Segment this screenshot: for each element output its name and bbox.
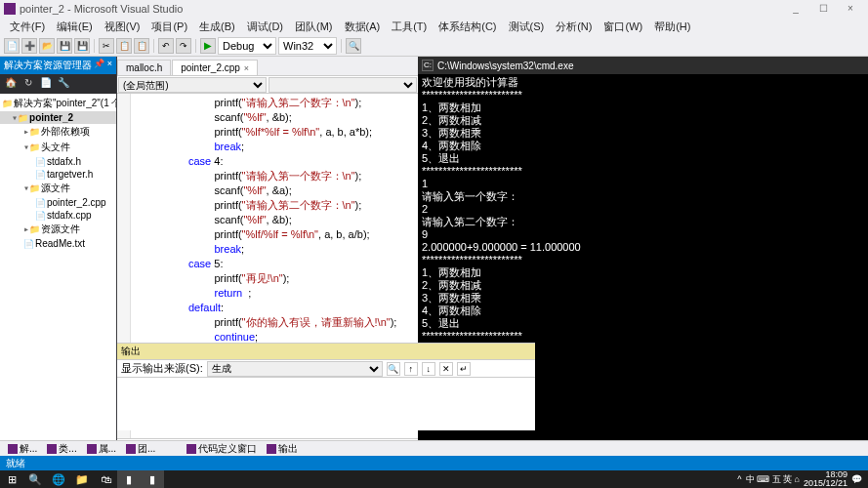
output-next-button[interactable]: ↓ [422,362,435,376]
system-tray: ^ 中 ⌨ 五 英 ⌂ 18:09 2015/12/21 💬 [737,470,868,488]
menu-project[interactable]: 项目(P) [145,18,193,36]
separator [195,39,196,53]
tab-malloc-h[interactable]: malloc.h [117,60,171,75]
start-debug-button[interactable]: ▶ [200,38,216,54]
codedef-icon [186,444,196,454]
task-ie[interactable]: 🌐 [47,470,70,488]
output-icon [267,444,276,454]
editor-tabbar: malloc.h pointer_2.cpp× [117,57,418,76]
member-select[interactable] [269,77,417,93]
ime-indicator[interactable]: 中 ⌨ 五 英 ⌂ [746,473,800,486]
output-clear-button[interactable]: ✕ [439,362,453,376]
show-all-icon[interactable]: 📄 [39,77,53,91]
paste-button[interactable]: 📋 [134,38,149,54]
menu-team[interactable]: 团队(M) [289,18,339,36]
solution-toolbar: 🏠 ↻ 📄 🔧 [0,74,116,94]
output-source-select[interactable]: 生成 [207,361,383,377]
copy-button[interactable]: 📋 [116,38,132,54]
save-all-button[interactable]: 💾 [74,38,90,54]
folder-sources[interactable]: ▾📁源文件 [0,181,116,196]
output-find-button[interactable]: 🔍 [387,362,400,376]
menu-view[interactable]: 视图(V) [99,18,146,36]
notification-icon[interactable]: 💬 [851,474,862,484]
menu-edit[interactable]: 编辑(E) [51,18,99,36]
class-icon [47,444,57,454]
platform-select[interactable]: Win32 [278,37,337,55]
main-toolbar: 📄 ➕ 📂 💾 💾 ✂ 📋 📋 ↶ ↷ ▶ Debug Win32 🔍 [0,35,868,57]
output-body[interactable] [117,378,535,430]
maximize-button[interactable]: ☐ [809,0,837,18]
tab-pointer2-cpp[interactable]: pointer_2.cpp× [172,60,258,75]
save-button[interactable]: 💾 [57,38,72,54]
new-project-button[interactable]: 📄 [4,38,20,54]
cut-button[interactable]: ✂ [99,38,114,54]
tab-properties[interactable]: 属... [83,441,120,457]
close-tab-icon[interactable]: × [244,63,249,73]
solution-root[interactable]: 📁解决方案"pointer_2"(1 个项目) [0,96,116,111]
console-titlebar[interactable]: C: C:\Windows\system32\cmd.exe [418,57,868,74]
vs-logo-icon [4,3,16,15]
menu-analyze[interactable]: 分析(N) [550,18,598,36]
open-button[interactable]: 📂 [39,38,55,54]
undo-button[interactable]: ↶ [158,38,174,54]
tab-class[interactable]: 类... [43,441,80,457]
start-button[interactable]: ⊞ [0,470,23,488]
tab-output[interactable]: 输出 [263,441,302,457]
refresh-icon[interactable]: ↻ [21,77,35,91]
status-text: 就绪 [6,457,25,470]
tray-up-icon[interactable]: ^ [737,474,741,484]
console-title: C:\Windows\system32\cmd.exe [437,61,574,71]
separator [153,39,154,53]
menu-data[interactable]: 数据(A) [339,18,387,36]
solution-explorer-header: 解决方案资源管理器 📌 × [0,57,116,74]
tab-codedef[interactable]: 代码定义窗口 [183,441,261,457]
separator [94,39,95,53]
file-pointer2-cpp[interactable]: 📄pointer_2.cpp [0,196,116,209]
close-button[interactable]: × [837,0,864,18]
properties-icon [87,444,97,454]
task-cmd[interactable]: ▮ [141,470,164,488]
folder-external[interactable]: ▸📁外部依赖项 [0,124,116,140]
task-explorer[interactable]: 📁 [70,470,94,488]
project-node[interactable]: ▾📁pointer_2 [0,111,116,124]
menu-window[interactable]: 窗口(W) [598,18,648,36]
properties-icon[interactable]: 🔧 [57,77,70,91]
task-vs[interactable]: ▮ [117,470,141,488]
search-button[interactable]: 🔍 [23,470,47,488]
menu-build[interactable]: 生成(B) [193,18,241,36]
output-tab[interactable]: 输出 [117,344,535,360]
menu-help[interactable]: 帮助(H) [648,18,696,36]
add-item-button[interactable]: ➕ [21,38,37,54]
solution-explorer-title: 解决方案资源管理器 [4,59,92,72]
task-store[interactable]: 🛍 [94,470,117,488]
clock[interactable]: 18:09 2015/12/21 [804,470,847,488]
menu-tools[interactable]: 工具(T) [386,18,433,36]
file-readme[interactable]: 📄ReadMe.txt [0,237,116,250]
home-icon[interactable]: 🏠 [4,77,18,91]
menu-debug[interactable]: 调试(D) [241,18,289,36]
folder-headers[interactable]: ▾📁头文件 [0,140,116,155]
output-prev-button[interactable]: ↑ [404,362,418,376]
scope-select[interactable]: (全局范围) [118,77,267,93]
find-button[interactable]: 🔍 [346,38,361,54]
menubar: 文件(F) 编辑(E) 视图(V) 项目(P) 生成(B) 调试(D) 团队(M… [0,18,868,35]
redo-button[interactable]: ↷ [176,38,191,54]
status-bar: 就绪 [0,456,868,470]
windows-taskbar: ⊞ 🔍 🌐 📁 🛍 ▮ ▮ ^ 中 ⌨ 五 英 ⌂ 18:09 2015/12/… [0,470,868,488]
config-select[interactable]: Debug [218,37,276,55]
pin-icon[interactable]: 📌 × [94,59,112,72]
tab-solution[interactable]: 解... [4,441,41,457]
minimize-button[interactable]: _ [782,0,809,18]
file-targetver-h[interactable]: 📄targetver.h [0,168,116,181]
window-title: pointer_2 - Microsoft Visual Studio [20,3,782,15]
cmd-icon: C: [422,60,434,71]
menu-file[interactable]: 文件(F) [4,18,51,36]
menu-test[interactable]: 测试(S) [503,18,551,36]
tab-team[interactable]: 团... [122,441,159,457]
folder-resources[interactable]: ▸📁资源文件 [0,222,116,237]
menu-architecture[interactable]: 体系结构(C) [433,18,502,36]
file-stdafx-cpp[interactable]: 📄stdafx.cpp [0,209,116,222]
output-wrap-button[interactable]: ↵ [457,362,471,376]
file-stdafx-h[interactable]: 📄stdafx.h [0,155,116,168]
scope-bar: (全局范围) [117,76,418,94]
